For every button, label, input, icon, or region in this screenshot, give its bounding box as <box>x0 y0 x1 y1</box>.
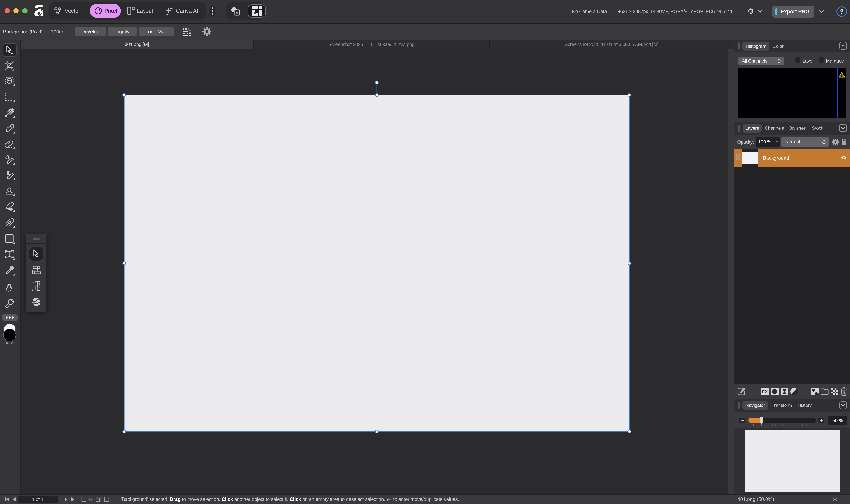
svg-text:FX: FX <box>762 389 768 395</box>
svg-text:A: A <box>236 11 238 15</box>
